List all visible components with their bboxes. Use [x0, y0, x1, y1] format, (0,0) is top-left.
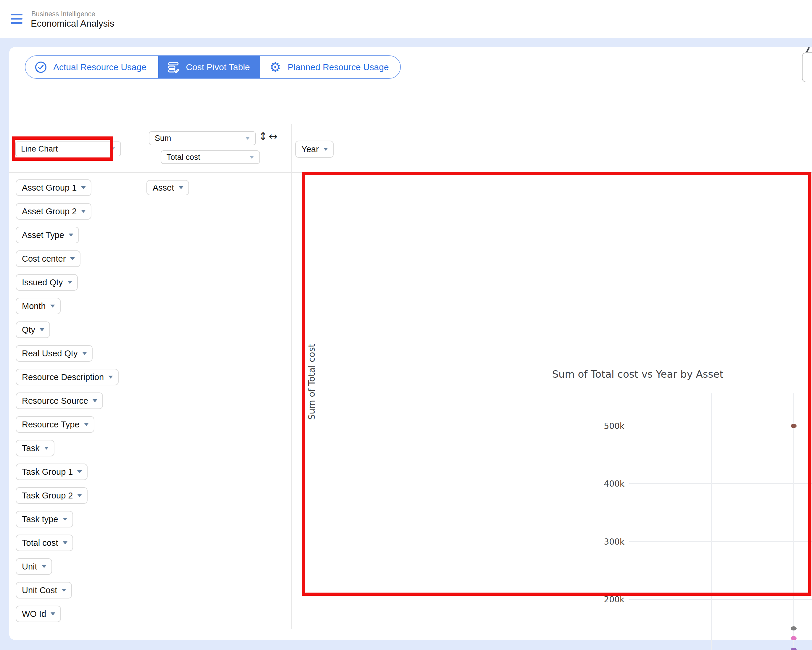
app-header: Business Intelligence Economical Analysi… — [0, 0, 812, 38]
chevron-down-icon — [67, 281, 72, 284]
chart-type-select[interactable]: Line Chart — [15, 141, 121, 156]
tab-planned-resource-usage[interactable]: ⚙Planned Resource Usage — [260, 56, 400, 78]
gear-icon: ⚙ — [269, 60, 282, 74]
field-chip-label: Issued Qty — [22, 278, 63, 288]
pivot-table-icon — [167, 60, 180, 74]
swap-horizontal-icon[interactable]: ↔ — [269, 130, 278, 142]
field-chip-resource-type[interactable]: Resource Type — [16, 416, 95, 433]
hamburger-menu-icon[interactable] — [11, 13, 23, 25]
gridline-y — [629, 483, 812, 484]
field-chip-label: Unit — [22, 562, 37, 572]
y-tick-label: 200k — [588, 595, 624, 604]
chevron-down-icon — [69, 234, 73, 237]
field-chip-issued-qty[interactable]: Issued Qty — [16, 274, 78, 291]
chart-title: Sum of Total cost vs Year by Asset — [552, 368, 723, 380]
aggregator-field-select[interactable]: Total cost — [160, 150, 260, 164]
tab-label: Cost Pivot Table — [186, 62, 250, 72]
page-title: Economical Analysis — [31, 18, 114, 29]
chevron-down-icon — [93, 399, 97, 402]
row-field-chip-asset[interactable]: Asset — [147, 180, 189, 195]
y-tick-label: 300k — [588, 537, 624, 547]
field-chip-qty[interactable]: Qty — [16, 321, 50, 338]
gridline-x — [794, 393, 794, 650]
chevron-down-icon — [82, 352, 87, 355]
field-chip-total-cost[interactable]: Total cost — [16, 535, 73, 551]
chevron-down-icon — [50, 612, 55, 615]
field-chip-task-group-2[interactable]: Task Group 2 — [16, 487, 87, 504]
field-chip-wo-id[interactable]: WO Id — [16, 606, 61, 622]
field-chip-label: Task Group 2 — [22, 491, 73, 500]
chevron-down-icon — [42, 565, 46, 568]
aggregator-select[interactable]: Sum — [149, 131, 256, 145]
field-chip-label: Cost center — [22, 254, 66, 264]
field-chip-label: Qty — [22, 325, 35, 335]
field-chip-unit[interactable]: Unit — [16, 558, 52, 575]
gridline-y — [629, 599, 812, 600]
field-chip-label: Asset Type — [22, 230, 64, 240]
field-chip-label: Task Group 1 — [22, 467, 73, 477]
data-point[interactable] — [791, 648, 797, 650]
data-point[interactable] — [791, 424, 797, 428]
field-chip-label: Asset Group 1 — [22, 183, 76, 193]
chevron-down-icon — [81, 186, 86, 189]
field-chip-month[interactable]: Month — [16, 298, 61, 314]
chevron-down-icon — [245, 137, 250, 140]
field-chip-task-type[interactable]: Task type — [16, 511, 73, 528]
pivot-divider-horizontal-bottom — [9, 629, 812, 629]
field-chip-asset-type[interactable]: Asset Type — [16, 227, 79, 243]
y-tick-label: 500k — [588, 421, 624, 431]
data-point[interactable] — [791, 626, 797, 630]
y-tick-label: 400k — [588, 479, 624, 489]
column-field-label: Year — [301, 144, 319, 154]
field-chip-label: Month — [22, 301, 46, 311]
field-chip-real-used-qty[interactable]: Real Used Qty — [16, 345, 93, 362]
chevron-down-icon — [179, 186, 183, 189]
field-chip-label: Resource Type — [22, 420, 79, 430]
data-point[interactable] — [791, 636, 797, 640]
chevron-down-icon — [61, 589, 66, 592]
pivot-divider-vertical-1 — [139, 124, 139, 629]
field-chip-task[interactable]: Task — [16, 440, 55, 456]
field-chip-task-group-1[interactable]: Task Group 1 — [16, 463, 87, 480]
tab-actual-resource-usage[interactable]: Actual Resource Usage — [26, 56, 158, 78]
aggregator-field-value: Total cost — [166, 153, 249, 162]
chevron-down-icon — [40, 328, 44, 331]
breadcrumb: Business Intelligence — [31, 10, 95, 18]
field-chip-label: Task type — [22, 514, 58, 524]
chart-panel: Sum of Total cost vs Year by Asset Sum o… — [292, 173, 812, 629]
field-chip-label: Task — [22, 444, 40, 453]
field-chip-label: Real Used Qty — [22, 349, 78, 358]
field-chip-label: Resource Description — [22, 372, 104, 382]
field-chip-label: Unit Cost — [22, 586, 57, 595]
chevron-down-icon — [77, 494, 82, 497]
swap-vertical-icon[interactable]: ↕ — [258, 130, 267, 142]
chart-type-value: Line Chart — [21, 144, 110, 154]
field-chip-label: Resource Source — [22, 396, 88, 406]
field-chip-asset-group-1[interactable]: Asset Group 1 — [16, 179, 92, 196]
field-chip-label: Asset Group 2 — [22, 206, 76, 216]
y-axis-title: Sum of Total cost — [307, 344, 317, 420]
field-chip-label: WO Id — [22, 609, 46, 619]
chevron-down-icon — [50, 304, 55, 307]
field-chip-resource-source[interactable]: Resource Source — [16, 393, 103, 409]
chevron-down-icon — [108, 376, 113, 379]
field-chip-asset-group-2[interactable]: Asset Group 2 — [16, 203, 92, 220]
row-field-label: Asset — [153, 183, 174, 193]
field-chip-unit-cost[interactable]: Unit Cost — [16, 582, 72, 598]
gridline-x — [711, 393, 712, 650]
chevron-down-icon — [63, 518, 67, 521]
chevron-down-icon — [249, 156, 254, 159]
field-chip-resource-description[interactable]: Resource Description — [16, 369, 119, 385]
clipped-side-button[interactable] — [802, 52, 812, 82]
chevron-down-icon — [81, 210, 86, 213]
tab-cost-pivot-table[interactable]: Cost Pivot Table — [158, 56, 260, 78]
chevron-down-icon — [323, 148, 328, 151]
tab-label: Actual Resource Usage — [53, 62, 147, 72]
column-field-chip-year[interactable]: Year — [295, 141, 334, 158]
aggregator-value: Sum — [155, 134, 245, 143]
gridline-y — [629, 541, 812, 542]
field-chip-cost-center[interactable]: Cost center — [16, 251, 81, 267]
chevron-down-icon — [63, 541, 67, 544]
gridline-y — [629, 426, 812, 426]
chevron-down-icon — [110, 147, 115, 150]
